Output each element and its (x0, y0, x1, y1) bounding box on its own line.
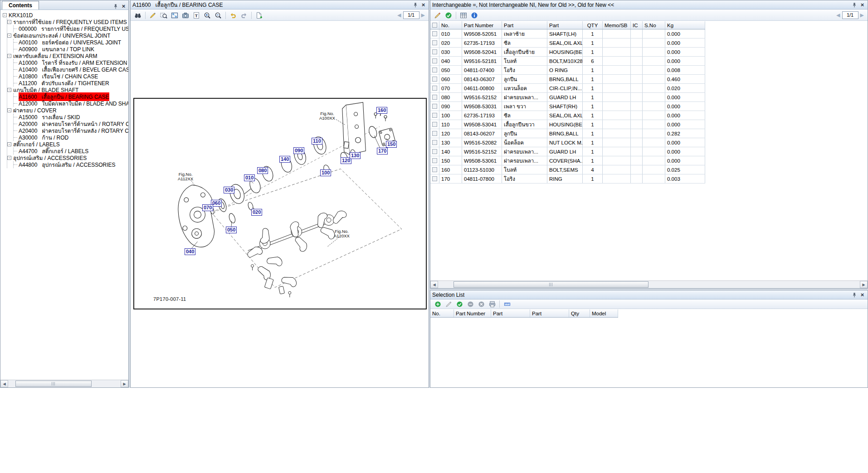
scroll-left-button[interactable]: ◀ (430, 281, 438, 288)
row-checkbox[interactable] (432, 158, 437, 163)
diagram-callout[interactable]: 100 (320, 169, 331, 176)
collapse-toggle-icon[interactable]: - (7, 142, 11, 146)
text-annotation-button[interactable]: T (191, 11, 201, 20)
apply-selection-button[interactable] (454, 299, 464, 309)
row-checkbox[interactable] (432, 95, 437, 100)
table-row[interactable]: 17004811-07800โอริงRING10.003 (430, 174, 705, 183)
snapshot-button[interactable] (180, 11, 190, 20)
row-checkbox[interactable] (432, 31, 437, 36)
close-panel-button[interactable]: × (120, 3, 127, 10)
diagram-callout[interactable]: 140 (279, 156, 290, 163)
diagram-canvas[interactable]: 7P170-007-11 010020030040050060070080090… (131, 21, 429, 387)
collapse-toggle-icon[interactable]: - (3, 13, 7, 17)
close-panel-button[interactable]: × (420, 1, 427, 8)
zoom-out-button[interactable] (213, 11, 223, 20)
table-row[interactable]: 010W9508-52051เพลาซ้ายSHAFT(LH)10.000 (430, 29, 705, 39)
diagram-callout[interactable]: 170 (377, 148, 388, 154)
select-all-checkbox[interactable] (432, 23, 437, 28)
diagram-callout[interactable]: 110 (312, 138, 322, 145)
auto-hide-pin-button[interactable] (851, 291, 858, 298)
clear-selection-button[interactable] (476, 299, 486, 309)
diagram-callout[interactable]: 090 (293, 147, 304, 154)
row-checkbox[interactable] (432, 40, 437, 45)
collapse-toggle-icon[interactable]: - (7, 156, 11, 160)
close-panel-button[interactable]: × (859, 291, 866, 298)
auto-hide-pin-button[interactable] (851, 1, 858, 8)
undo-button[interactable] (228, 11, 238, 20)
table-row[interactable]: 12008143-06207ลูกปืนBRNG,BALL10.282 (430, 129, 705, 138)
collapse-toggle-icon[interactable]: - (7, 54, 11, 58)
table-row[interactable]: 02062735-17193ซีลSEAL,OIL AXLE10.000 (430, 39, 705, 48)
diagram-callout[interactable]: 020 (251, 209, 262, 216)
table-row[interactable]: 110W9508-53041เสื้อลูกปืนขวาHOUSING(BE..… (430, 120, 705, 129)
diagram-callout[interactable]: 030 (224, 187, 234, 193)
table-row[interactable]: 040W9516-52181โบลท์BOLT,M10X2860.000 (430, 57, 705, 66)
collapse-toggle-icon[interactable]: - (7, 108, 11, 112)
diagram-callout[interactable]: 050 (226, 227, 237, 233)
contents-tab[interactable]: Contents (2, 1, 39, 10)
row-checkbox[interactable] (432, 86, 437, 91)
row-checkbox[interactable] (432, 122, 437, 127)
row-checkbox[interactable] (432, 113, 437, 118)
collapse-toggle-icon[interactable]: - (7, 88, 11, 92)
diagram-callout[interactable]: 130 (350, 152, 361, 159)
scroll-thumb[interactable] (15, 381, 92, 387)
search-button[interactable] (133, 11, 143, 20)
table-row[interactable]: 16001123-51030โบลท์BOLT,SEMS40.025 (430, 165, 705, 174)
fit-to-window-button[interactable] (170, 11, 180, 20)
row-checkbox[interactable] (432, 104, 437, 109)
prev-page-button[interactable]: ◀ (397, 12, 401, 18)
add-selection-button[interactable] (433, 299, 443, 309)
diagram-callout[interactable]: 040 (185, 248, 195, 255)
parts-hscrollbar[interactable]: ◀ ▶ (430, 280, 868, 288)
table-row[interactable]: 080W9516-52152ฝาครอบเพลา...GUARD LH10.00… (430, 93, 705, 102)
measure-button[interactable] (502, 299, 512, 309)
tree-item[interactable]: A44800 อุปกรณ์เสริม / ACCESSORIES (14, 161, 128, 168)
table-row[interactable]: 06008143-06307ลูกปืนBRNG,BALL10.460 (430, 75, 705, 84)
row-checkbox[interactable] (432, 131, 437, 136)
remove-selection-button[interactable] (465, 299, 475, 309)
confirm-button[interactable] (444, 11, 454, 20)
table-row[interactable]: 10062735-17193ซีลSEAL,OIL AXLE10.000 (430, 111, 705, 120)
scroll-track[interactable] (438, 281, 860, 288)
part-info-button[interactable] (469, 11, 479, 20)
row-checkbox[interactable] (432, 77, 437, 82)
diagram-callout[interactable]: 070 (202, 204, 213, 211)
diagram-callout[interactable]: 150 (386, 141, 397, 148)
diagram-callout[interactable]: 080 (257, 167, 268, 174)
scroll-track[interactable] (8, 380, 121, 387)
scroll-left-button[interactable]: ◀ (0, 380, 8, 387)
auto-hide-pin-button[interactable] (412, 1, 419, 8)
edit-selection-button[interactable] (444, 299, 454, 309)
table-row[interactable]: 130W9516-52082น็อตล็อคNUT LOCK M...10.00… (430, 138, 705, 147)
close-panel-button[interactable]: × (859, 1, 866, 8)
grid-view-button[interactable] (458, 11, 468, 20)
auto-hide-pin-button[interactable] (112, 3, 119, 10)
table-row[interactable]: 07004611-00800แหวนล็อคCIR-CLIP,IN...10.0… (430, 84, 705, 93)
table-row[interactable]: 05004811-07400โอริงO RING10.008 (430, 66, 705, 75)
table-row[interactable]: 140W9516-52152ฝาครอบเพลา...GUARD LH10.00… (430, 147, 705, 156)
scroll-right-button[interactable]: ▶ (860, 281, 868, 288)
edit-parts-button[interactable] (433, 11, 443, 20)
table-row[interactable]: 030W9508-52041เสื้อลูกปืนซ้ายHOUSING(BE.… (430, 48, 705, 57)
table-row[interactable]: 150W9508-53061ฝาครอบเพลา...COVER(SHA...1… (430, 156, 705, 165)
zoom-in-button[interactable] (202, 11, 212, 20)
highlight-pen-button[interactable] (148, 11, 158, 20)
add-document-button[interactable] (254, 11, 264, 20)
scroll-right-button[interactable]: ▶ (121, 380, 128, 387)
redo-button[interactable] (239, 11, 249, 20)
print-selection-button[interactable] (487, 299, 497, 309)
collapse-toggle-icon[interactable]: - (7, 34, 11, 38)
table-row[interactable]: 090W9508-53031เพลา ขวาSHAFT(RH)10.000 (430, 102, 705, 111)
row-checkbox[interactable] (432, 58, 437, 63)
diagram-callout[interactable]: 010 (244, 174, 255, 181)
scroll-thumb[interactable] (454, 281, 649, 288)
diagram-callout[interactable]: 160 (376, 107, 387, 114)
row-checkbox[interactable] (432, 68, 437, 72)
row-checkbox[interactable] (432, 176, 437, 181)
row-checkbox[interactable] (432, 167, 437, 172)
contents-hscrollbar[interactable]: ◀ ▶ (0, 380, 128, 387)
row-checkbox[interactable] (432, 140, 437, 145)
next-page-button[interactable]: ▶ (421, 12, 425, 18)
row-checkbox[interactable] (432, 149, 437, 154)
